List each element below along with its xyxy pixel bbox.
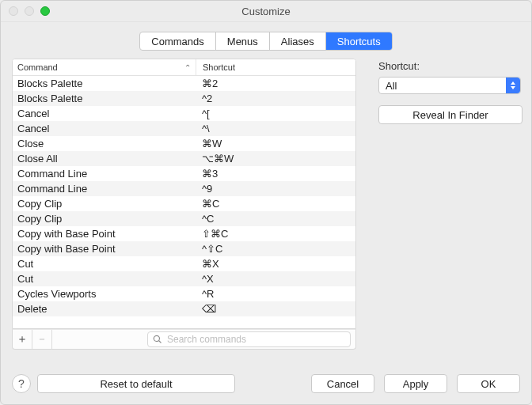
cell-command: Cut bbox=[13, 273, 196, 285]
search-input[interactable] bbox=[165, 333, 345, 346]
search-field[interactable] bbox=[147, 331, 351, 347]
cell-command: Cancel bbox=[13, 123, 196, 134]
table-row[interactable]: Copy with Base Point⇧⌘C bbox=[13, 226, 355, 241]
minimize-icon[interactable] bbox=[25, 6, 34, 16]
cell-shortcut: ^2 bbox=[196, 93, 355, 104]
table-row[interactable] bbox=[13, 316, 355, 328]
table-row[interactable]: Blocks Palette⌘2 bbox=[13, 76, 355, 91]
cell-shortcut: ^\ bbox=[196, 123, 355, 134]
table-row[interactable]: Cut^X bbox=[13, 271, 355, 286]
tab-bar: Commands Menus Aliases Shortcuts bbox=[139, 32, 392, 51]
cell-shortcut: ^C bbox=[196, 213, 355, 225]
window-title: Customize bbox=[1, 6, 531, 17]
table-row[interactable]: Command Line⌘3 bbox=[13, 166, 355, 181]
cell-command: Blocks Palette bbox=[13, 93, 196, 104]
dropdown-arrows-icon bbox=[506, 78, 520, 93]
apply-button[interactable]: Apply bbox=[384, 374, 447, 393]
cell-command: Copy Clip bbox=[13, 213, 196, 225]
table-row[interactable]: Close All⌥⌘W bbox=[13, 151, 355, 166]
sort-indicator-icon: ⌃ bbox=[184, 63, 191, 72]
cell-command: Copy with Base Point bbox=[13, 228, 196, 240]
table-row[interactable]: Cancel^\ bbox=[13, 121, 355, 136]
table-footer: ＋ － bbox=[12, 329, 356, 350]
cell-shortcut: ⌘C bbox=[196, 198, 355, 210]
cell-shortcut: ^9 bbox=[196, 183, 355, 195]
cell-command: Close All bbox=[13, 153, 196, 165]
shortcut-filter-popup[interactable]: All bbox=[378, 77, 521, 94]
reset-to-default-button[interactable]: Reset to default bbox=[37, 374, 235, 393]
reveal-in-finder-button[interactable]: Reveal In Finder bbox=[378, 105, 522, 124]
cell-shortcut: ⌫ bbox=[196, 303, 355, 315]
tab-menus[interactable]: Menus bbox=[216, 32, 270, 50]
search-icon bbox=[153, 335, 162, 344]
remove-button[interactable]: － bbox=[32, 330, 52, 349]
cell-command: Cancel bbox=[13, 108, 196, 119]
cell-shortcut: ⌘X bbox=[196, 258, 355, 270]
footer: ? Reset to default Cancel Apply OK bbox=[1, 374, 531, 393]
table-row[interactable]: Blocks Palette^2 bbox=[13, 91, 355, 106]
table-header: Command ⌃ Shortcut bbox=[13, 59, 355, 76]
column-command-label: Command bbox=[17, 62, 58, 72]
column-command[interactable]: Command ⌃ bbox=[13, 59, 196, 75]
tab-shortcuts[interactable]: Shortcuts bbox=[326, 32, 392, 50]
zoom-icon[interactable] bbox=[40, 6, 50, 16]
column-shortcut[interactable]: Shortcut bbox=[196, 62, 355, 72]
cell-shortcut: ⌘2 bbox=[196, 78, 355, 89]
table-row[interactable]: Cut⌘X bbox=[13, 256, 355, 271]
cancel-button[interactable]: Cancel bbox=[311, 374, 374, 393]
cell-shortcut: ^R bbox=[196, 288, 355, 300]
shortcuts-table: Command ⌃ Shortcut Blocks Palette⌘2Block… bbox=[12, 59, 356, 329]
cell-shortcut: ^[ bbox=[196, 108, 355, 119]
close-icon[interactable] bbox=[9, 6, 18, 16]
table-row[interactable]: Command Line^9 bbox=[13, 181, 355, 196]
table-row[interactable]: Copy Clip⌘C bbox=[13, 196, 355, 211]
table-row[interactable]: Copy Clip^C bbox=[13, 211, 355, 226]
shortcut-filter-label: Shortcut: bbox=[378, 60, 522, 72]
table-row[interactable]: Cycles Viewports^R bbox=[13, 286, 355, 301]
cell-shortcut: ⌥⌘W bbox=[196, 153, 355, 165]
cell-command: Copy with Base Point bbox=[13, 243, 196, 255]
cell-shortcut: ⇧⌘C bbox=[196, 228, 355, 240]
cell-command: Cut bbox=[13, 258, 196, 270]
cell-shortcut: ⌘W bbox=[196, 138, 355, 150]
add-button[interactable]: ＋ bbox=[13, 330, 32, 349]
table-row[interactable]: Close⌘W bbox=[13, 136, 355, 151]
table-row[interactable]: Delete⌫ bbox=[13, 301, 355, 316]
cell-command: Blocks Palette bbox=[13, 78, 196, 89]
window-controls bbox=[9, 6, 50, 16]
cell-shortcut: ^X bbox=[196, 273, 355, 285]
cell-shortcut: ^⇧C bbox=[196, 243, 355, 255]
table-row[interactable]: Cancel^[ bbox=[13, 106, 355, 121]
cell-command: Command Line bbox=[13, 183, 196, 195]
customize-window: Customize Commands Menus Aliases Shortcu… bbox=[0, 0, 532, 405]
cell-shortcut: ⌘3 bbox=[196, 168, 355, 180]
shortcut-filter-value: All bbox=[386, 80, 397, 92]
cell-command: Copy Clip bbox=[13, 198, 196, 210]
cell-command: Command Line bbox=[13, 168, 196, 180]
help-button[interactable]: ? bbox=[12, 374, 31, 393]
table-row[interactable]: Copy with Base Point^⇧C bbox=[13, 241, 355, 256]
tab-aliases[interactable]: Aliases bbox=[270, 32, 326, 50]
cell-command: Cycles Viewports bbox=[13, 288, 196, 300]
cell-command: Delete bbox=[13, 303, 196, 315]
titlebar: Customize bbox=[1, 1, 531, 22]
ok-button[interactable]: OK bbox=[457, 374, 520, 393]
cell-command: Close bbox=[13, 138, 196, 150]
tab-commands[interactable]: Commands bbox=[140, 32, 215, 50]
